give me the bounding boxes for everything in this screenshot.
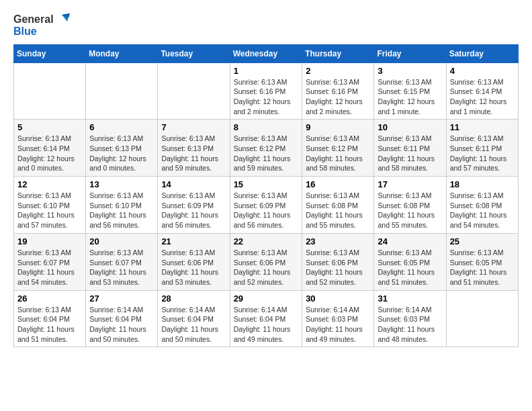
day-number: 30 bbox=[306, 293, 370, 304]
day-info: Sunrise: 6:13 AMSunset: 6:13 PMDaylight:… bbox=[161, 134, 226, 173]
day-number: 5 bbox=[17, 122, 82, 132]
day-info: Sunrise: 6:13 AMSunset: 6:05 PMDaylight:… bbox=[378, 248, 442, 287]
calendar-week-row: 1Sunrise: 6:13 AMSunset: 6:16 PMDaylight… bbox=[14, 62, 519, 120]
calendar-cell: 13Sunrise: 6:13 AMSunset: 6:10 PMDayligh… bbox=[86, 177, 158, 234]
calendar-cell: 23Sunrise: 6:13 AMSunset: 6:06 PMDayligh… bbox=[302, 233, 374, 290]
day-number: 10 bbox=[378, 122, 442, 132]
calendar-cell: 28Sunrise: 6:14 AMSunset: 6:04 PMDayligh… bbox=[158, 290, 230, 347]
calendar-cell: 8Sunrise: 6:13 AMSunset: 6:12 PMDaylight… bbox=[230, 120, 302, 177]
day-info: Sunrise: 6:13 AMSunset: 6:08 PMDaylight:… bbox=[306, 191, 370, 230]
day-number: 22 bbox=[234, 236, 299, 246]
day-number: 16 bbox=[306, 179, 370, 189]
calendar-cell: 11Sunrise: 6:13 AMSunset: 6:11 PMDayligh… bbox=[446, 120, 518, 177]
day-number: 23 bbox=[306, 236, 370, 246]
calendar-cell: 17Sunrise: 6:13 AMSunset: 6:08 PMDayligh… bbox=[374, 177, 446, 234]
day-number: 31 bbox=[378, 293, 442, 304]
day-info: Sunrise: 6:13 AMSunset: 6:06 PMDaylight:… bbox=[234, 248, 299, 287]
day-info: Sunrise: 6:13 AMSunset: 6:15 PMDaylight:… bbox=[378, 77, 442, 117]
day-number: 26 bbox=[17, 293, 82, 304]
day-info: Sunrise: 6:13 AMSunset: 6:07 PMDaylight:… bbox=[17, 248, 82, 287]
day-info: Sunrise: 6:13 AMSunset: 6:11 PMDaylight:… bbox=[450, 134, 515, 173]
day-number: 21 bbox=[161, 236, 226, 246]
calendar-cell: 9Sunrise: 6:13 AMSunset: 6:12 PMDaylight… bbox=[302, 120, 374, 177]
calendar-cell: 15Sunrise: 6:13 AMSunset: 6:09 PMDayligh… bbox=[230, 177, 302, 234]
calendar-cell: 6Sunrise: 6:13 AMSunset: 6:13 PMDaylight… bbox=[86, 120, 158, 177]
day-number: 6 bbox=[89, 122, 154, 132]
day-info: Sunrise: 6:13 AMSunset: 6:14 PMDaylight:… bbox=[17, 134, 82, 173]
calendar-cell: 19Sunrise: 6:13 AMSunset: 6:07 PMDayligh… bbox=[14, 233, 86, 290]
day-info: Sunrise: 6:13 AMSunset: 6:11 PMDaylight:… bbox=[378, 134, 442, 173]
day-number: 20 bbox=[89, 236, 154, 246]
calendar-cell: 2Sunrise: 6:13 AMSunset: 6:16 PMDaylight… bbox=[302, 62, 374, 120]
weekday-header-sunday: Sunday bbox=[14, 44, 86, 62]
calendar-cell: 12Sunrise: 6:13 AMSunset: 6:10 PMDayligh… bbox=[14, 177, 86, 234]
day-number: 4 bbox=[450, 66, 515, 76]
day-number: 11 bbox=[450, 122, 515, 132]
weekday-header-row: SundayMondayTuesdayWednesdayThursdayFrid… bbox=[14, 44, 519, 62]
weekday-header-friday: Friday bbox=[374, 44, 446, 62]
calendar-cell: 5Sunrise: 6:13 AMSunset: 6:14 PMDaylight… bbox=[14, 120, 86, 177]
day-info: Sunrise: 6:13 AMSunset: 6:13 PMDaylight:… bbox=[89, 134, 154, 173]
calendar-cell bbox=[158, 62, 230, 120]
day-number: 28 bbox=[161, 293, 226, 304]
day-info: Sunrise: 6:13 AMSunset: 6:12 PMDaylight:… bbox=[306, 134, 370, 173]
calendar-cell: 26Sunrise: 6:13 AMSunset: 6:04 PMDayligh… bbox=[14, 290, 86, 347]
day-info: Sunrise: 6:13 AMSunset: 6:09 PMDaylight:… bbox=[161, 191, 226, 230]
weekday-header-tuesday: Tuesday bbox=[158, 44, 230, 62]
day-number: 14 bbox=[161, 179, 226, 189]
day-number: 3 bbox=[378, 66, 442, 76]
calendar-cell: 30Sunrise: 6:14 AMSunset: 6:03 PMDayligh… bbox=[302, 290, 374, 347]
day-number: 9 bbox=[306, 122, 370, 132]
day-info: Sunrise: 6:13 AMSunset: 6:04 PMDaylight:… bbox=[17, 305, 82, 345]
weekday-header-wednesday: Wednesday bbox=[230, 44, 302, 62]
day-number: 19 bbox=[17, 236, 82, 246]
day-number: 24 bbox=[378, 236, 442, 246]
day-number: 1 bbox=[234, 66, 299, 76]
day-number: 25 bbox=[450, 236, 515, 246]
day-info: Sunrise: 6:13 AMSunset: 6:16 PMDaylight:… bbox=[306, 77, 370, 117]
day-info: Sunrise: 6:13 AMSunset: 6:07 PMDaylight:… bbox=[89, 248, 154, 287]
weekday-header-monday: Monday bbox=[86, 44, 158, 62]
day-info: Sunrise: 6:13 AMSunset: 6:12 PMDaylight:… bbox=[234, 134, 299, 173]
calendar-cell: 3Sunrise: 6:13 AMSunset: 6:15 PMDaylight… bbox=[374, 62, 446, 120]
day-number: 7 bbox=[161, 122, 226, 132]
day-info: Sunrise: 6:14 AMSunset: 6:04 PMDaylight:… bbox=[161, 305, 226, 345]
calendar-cell: 7Sunrise: 6:13 AMSunset: 6:13 PMDaylight… bbox=[158, 120, 230, 177]
day-number: 12 bbox=[17, 179, 82, 189]
day-number: 29 bbox=[234, 293, 299, 304]
logo: General Blue bbox=[13, 13, 70, 38]
day-info: Sunrise: 6:13 AMSunset: 6:09 PMDaylight:… bbox=[234, 191, 299, 230]
calendar-cell: 24Sunrise: 6:13 AMSunset: 6:05 PMDayligh… bbox=[374, 233, 446, 290]
logo-bird-icon bbox=[55, 13, 70, 26]
calendar-cell bbox=[86, 62, 158, 120]
calendar-week-row: 19Sunrise: 6:13 AMSunset: 6:07 PMDayligh… bbox=[14, 233, 519, 290]
calendar-cell bbox=[14, 62, 86, 120]
day-number: 18 bbox=[450, 179, 515, 189]
day-number: 27 bbox=[89, 293, 154, 304]
calendar-cell: 27Sunrise: 6:14 AMSunset: 6:04 PMDayligh… bbox=[86, 290, 158, 347]
day-info: Sunrise: 6:13 AMSunset: 6:05 PMDaylight:… bbox=[450, 248, 515, 287]
calendar-week-row: 5Sunrise: 6:13 AMSunset: 6:14 PMDaylight… bbox=[14, 120, 519, 177]
calendar-cell: 20Sunrise: 6:13 AMSunset: 6:07 PMDayligh… bbox=[86, 233, 158, 290]
weekday-header-saturday: Saturday bbox=[446, 44, 518, 62]
day-number: 17 bbox=[378, 179, 442, 189]
day-info: Sunrise: 6:14 AMSunset: 6:03 PMDaylight:… bbox=[306, 305, 370, 345]
day-info: Sunrise: 6:14 AMSunset: 6:04 PMDaylight:… bbox=[89, 305, 154, 345]
day-info: Sunrise: 6:13 AMSunset: 6:10 PMDaylight:… bbox=[89, 191, 154, 230]
calendar-cell: 31Sunrise: 6:14 AMSunset: 6:03 PMDayligh… bbox=[374, 290, 446, 347]
calendar-cell: 10Sunrise: 6:13 AMSunset: 6:11 PMDayligh… bbox=[374, 120, 446, 177]
calendar-cell: 18Sunrise: 6:13 AMSunset: 6:08 PMDayligh… bbox=[446, 177, 518, 234]
calendar-cell: 29Sunrise: 6:14 AMSunset: 6:04 PMDayligh… bbox=[230, 290, 302, 347]
calendar-cell: 1Sunrise: 6:13 AMSunset: 6:16 PMDaylight… bbox=[230, 62, 302, 120]
calendar-week-row: 12Sunrise: 6:13 AMSunset: 6:10 PMDayligh… bbox=[14, 177, 519, 234]
day-info: Sunrise: 6:13 AMSunset: 6:06 PMDaylight:… bbox=[161, 248, 226, 287]
day-number: 15 bbox=[234, 179, 299, 189]
logo-general: General bbox=[13, 13, 54, 26]
logo-text-block: General Blue bbox=[13, 13, 70, 38]
page-header: General Blue bbox=[13, 13, 519, 38]
calendar-cell: 4Sunrise: 6:13 AMSunset: 6:14 PMDaylight… bbox=[446, 62, 518, 120]
day-info: Sunrise: 6:13 AMSunset: 6:14 PMDaylight:… bbox=[450, 77, 515, 117]
calendar-table: SundayMondayTuesdayWednesdayThursdayFrid… bbox=[13, 44, 519, 348]
calendar-cell bbox=[446, 290, 518, 347]
day-info: Sunrise: 6:14 AMSunset: 6:04 PMDaylight:… bbox=[234, 305, 299, 345]
